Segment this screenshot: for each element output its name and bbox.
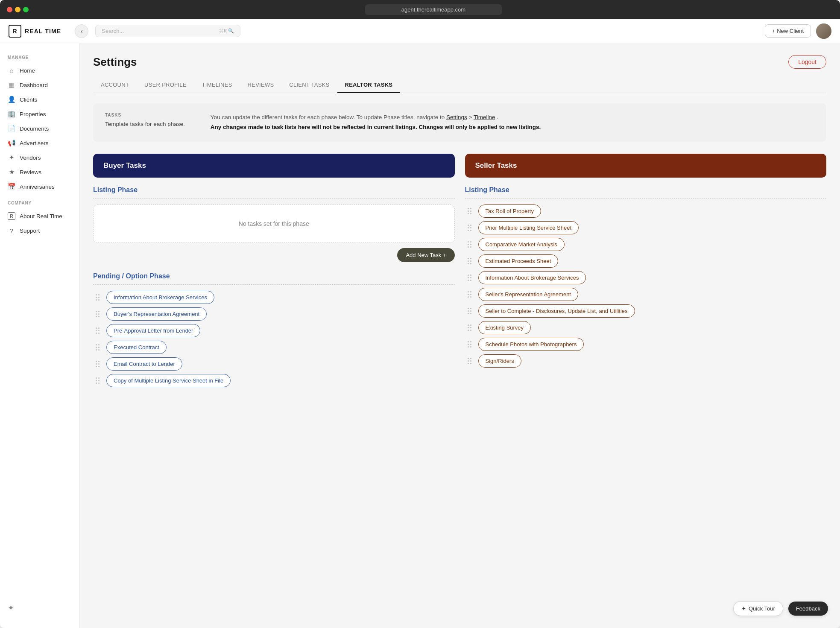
- logout-button[interactable]: Logout: [788, 55, 826, 69]
- drag-handle[interactable]: [465, 240, 474, 249]
- maximize-dot[interactable]: [23, 7, 29, 12]
- buyer-listing-phase: Listing Phase No tasks set for this phas…: [93, 186, 455, 262]
- theme-toggle-icon[interactable]: ✦: [8, 603, 71, 613]
- reviews-icon: ★: [8, 168, 15, 176]
- drag-handle[interactable]: [465, 256, 474, 266]
- tab-realtor-tasks[interactable]: REALTOR TASKS: [337, 77, 401, 93]
- sidebar-item-about[interactable]: R About Real Time: [0, 209, 79, 223]
- sidebar-item-anniversaries[interactable]: 📅 Anniversaries: [0, 179, 79, 194]
- drag-handle[interactable]: [465, 306, 474, 316]
- sidebar-company-label: COMPANY: [0, 201, 79, 209]
- minimize-dot[interactable]: [15, 7, 20, 12]
- search-bar[interactable]: Search... ⌘K 🔍: [95, 25, 240, 37]
- sidebar-item-advertisers[interactable]: 📢 Advertisers: [0, 136, 79, 150]
- quick-tour-button[interactable]: ✦ Quick Tour: [733, 601, 783, 616]
- tab-reviews[interactable]: REVIEWS: [240, 77, 282, 93]
- add-task-row: Add New Task +: [93, 248, 455, 262]
- floating-bar: ✦ Quick Tour Feedback: [733, 601, 828, 616]
- sidebar-item-properties[interactable]: 🏢 Properties: [0, 107, 79, 121]
- app-window: R REAL TIME ‹ Search... ⌘K 🔍 + New Clien…: [0, 19, 840, 628]
- drag-handle[interactable]: [465, 206, 474, 216]
- address-bar[interactable]: agent.therealtimeapp.com: [365, 4, 502, 15]
- advertisers-icon: 📢: [8, 139, 15, 147]
- sidebar-item-label: Documents: [20, 126, 49, 132]
- home-icon: ⌂: [8, 67, 15, 74]
- sidebar-item-clients[interactable]: 👤 Clients: [0, 92, 79, 107]
- phase-divider: [93, 198, 455, 199]
- task-badge: Information About Brokerage Services: [106, 291, 214, 304]
- anniversaries-icon: 📅: [8, 183, 15, 190]
- drag-handle[interactable]: [93, 292, 102, 302]
- new-client-button[interactable]: + New Client: [765, 24, 811, 38]
- tab-account[interactable]: ACCOUNT: [93, 77, 137, 93]
- back-button[interactable]: ‹: [75, 24, 88, 38]
- sidebar-item-documents[interactable]: 📄 Documents: [0, 121, 79, 136]
- sidebar-item-vendors[interactable]: ✦ Vendors: [0, 150, 79, 165]
- tasks-label: TASKS: [105, 113, 185, 117]
- feedback-button[interactable]: Feedback: [788, 602, 828, 616]
- task-badge: Estimated Proceeds Sheet: [478, 254, 559, 268]
- tabs: ACCOUNT USER PROFILE TIMELINES REVIEWS C…: [93, 77, 826, 93]
- sidebar-manage-label: MANAGE: [0, 55, 79, 63]
- sidebar-nav: MANAGE ⌂ Home ▦ Dashboard 👤 Clients 🏢: [0, 52, 79, 596]
- task-badge: Schedule Photos with Photographers: [478, 338, 584, 351]
- sidebar-item-label: Dashboard: [20, 82, 48, 88]
- sidebar-item-dashboard[interactable]: ▦ Dashboard: [0, 78, 79, 92]
- sidebar-item-home[interactable]: ⌂ Home: [0, 63, 79, 78]
- topbar-nav: ‹: [75, 24, 88, 38]
- topbar-right: + New Client: [765, 23, 831, 39]
- task-badge: Seller's Representation Agreement: [478, 288, 578, 301]
- drag-handle[interactable]: [465, 273, 474, 283]
- sidebar-item-reviews[interactable]: ★ Reviews: [0, 165, 79, 179]
- seller-task-list: Tax Roll of Property Prior Multiple List…: [465, 204, 827, 368]
- drag-handle[interactable]: [93, 359, 102, 369]
- drag-handle[interactable]: [93, 342, 102, 352]
- sidebar-item-support[interactable]: ? Support: [0, 223, 79, 238]
- sidebar-inner: MANAGE ⌂ Home ▦ Dashboard 👤 Clients 🏢: [0, 52, 79, 619]
- task-badge: Pre-Approval Letter from Lender: [106, 324, 200, 337]
- task-item: Executed Contract: [93, 341, 455, 354]
- browser-chrome: agent.therealtimeapp.com: [0, 0, 840, 19]
- buyer-task-list: Information About Brokerage Services Buy…: [93, 291, 455, 387]
- avatar-image: [816, 23, 831, 39]
- timeline-link[interactable]: Timeline: [474, 114, 495, 120]
- drag-handle[interactable]: [93, 309, 102, 319]
- drag-handle[interactable]: [465, 356, 474, 366]
- about-icon: R: [8, 212, 15, 220]
- buyer-listing-phase-title: Listing Phase: [93, 186, 455, 194]
- task-item: Estimated Proceeds Sheet: [465, 254, 827, 268]
- task-item: Seller's Representation Agreement: [465, 288, 827, 301]
- task-badge: Copy of Multiple Listing Service Sheet i…: [106, 374, 231, 387]
- sidebar-item-label: Vendors: [20, 155, 41, 161]
- drag-handle[interactable]: [93, 376, 102, 386]
- buyer-pending-phase-title: Pending / Option Phase: [93, 272, 455, 280]
- info-bold: Any changes made to task lists here will…: [211, 124, 541, 130]
- buyer-pending-phase: Pending / Option Phase Information About…: [93, 272, 455, 387]
- task-item: Schedule Photos with Photographers: [465, 338, 827, 351]
- task-badge: Sign/Riders: [478, 354, 521, 368]
- tasks-desc: Template tasks for each phase.: [105, 121, 185, 127]
- close-dot[interactable]: [7, 7, 12, 12]
- seller-tasks-header[interactable]: Seller Tasks: [465, 154, 827, 178]
- tab-user-profile[interactable]: USER PROFILE: [137, 77, 194, 93]
- tasks-columns: Buyer Tasks Listing Phase No tasks set f…: [93, 154, 826, 397]
- tab-timelines[interactable]: TIMELINES: [194, 77, 240, 93]
- dashboard-icon: ▦: [8, 81, 15, 89]
- task-item: Email Contract to Lender: [93, 357, 455, 371]
- quick-tour-icon: ✦: [741, 605, 746, 612]
- properties-icon: 🏢: [8, 110, 15, 118]
- buyer-tasks-header[interactable]: Buyer Tasks: [93, 154, 455, 178]
- info-banner: TASKS Template tasks for each phase. You…: [93, 103, 826, 142]
- phase-divider-pending: [93, 284, 455, 285]
- drag-handle[interactable]: [465, 339, 474, 349]
- add-new-task-button[interactable]: Add New Task +: [397, 248, 454, 262]
- task-item: Sign/Riders: [465, 354, 827, 368]
- tab-client-tasks[interactable]: CLIENT TASKS: [281, 77, 337, 93]
- drag-handle[interactable]: [465, 223, 474, 233]
- empty-task-box: No tasks set for this phase: [93, 204, 455, 243]
- settings-link[interactable]: Settings: [446, 114, 467, 120]
- seller-tasks-column: Seller Tasks Listing Phase Tax Roll of P…: [465, 154, 827, 397]
- drag-handle[interactable]: [465, 289, 474, 299]
- drag-handle[interactable]: [93, 326, 102, 336]
- drag-handle[interactable]: [465, 323, 474, 333]
